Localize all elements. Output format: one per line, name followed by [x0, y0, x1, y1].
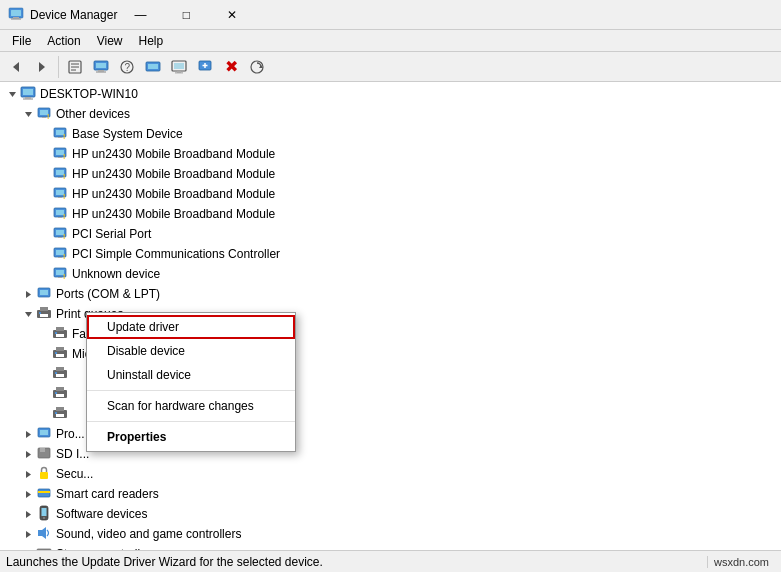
tree-expand[interactable] [20, 106, 36, 122]
svg-marker-112 [26, 531, 31, 538]
svg-rect-35 [42, 117, 46, 118]
svg-rect-110 [42, 508, 47, 516]
tree-expand[interactable] [20, 286, 36, 302]
svg-rect-95 [56, 414, 64, 417]
ctx-scan-hardware[interactable]: Scan for hardware changes [87, 394, 295, 418]
update-driver-button[interactable] [89, 55, 113, 79]
svg-rect-13 [96, 71, 106, 72]
title-text: Device Manager [30, 8, 117, 22]
device-manager-button[interactable] [141, 55, 165, 79]
monitor-button[interactable] [167, 55, 191, 79]
tree-expand [36, 406, 52, 422]
svg-text:!: ! [63, 193, 65, 200]
tree-expand[interactable] [20, 306, 36, 322]
scan-hardware-button[interactable] [245, 55, 269, 79]
help-button[interactable]: ? [115, 55, 139, 79]
svg-rect-102 [40, 448, 45, 452]
svg-rect-115 [37, 549, 51, 551]
svg-rect-67 [58, 277, 62, 278]
svg-rect-2 [13, 17, 19, 19]
tree-item-label: HP un2430 Mobile Broadband Module [72, 207, 275, 221]
ctx-separator-1 [87, 390, 295, 391]
svg-marker-105 [26, 491, 31, 498]
tree-expand[interactable] [20, 486, 36, 502]
svg-rect-39 [58, 137, 62, 138]
tree-item[interactable]: Software devices [0, 504, 781, 524]
tree-expand[interactable] [20, 466, 36, 482]
minimize-button[interactable]: — [117, 0, 163, 30]
ctx-properties[interactable]: Properties [87, 425, 295, 449]
svg-text:!: ! [63, 153, 65, 160]
maximize-button[interactable]: □ [163, 0, 209, 30]
tree-item-label: Storage controllers [56, 547, 157, 550]
remove-button[interactable]: ✖ [219, 55, 243, 79]
tree-expand[interactable] [20, 526, 36, 542]
tree-item[interactable]: Smart card readers [0, 484, 781, 504]
tree-expand[interactable] [4, 86, 20, 102]
tree-item-label: Secu... [56, 467, 93, 481]
ctx-update-driver[interactable]: Update driver [87, 315, 295, 339]
toolbar-separator-1 [58, 56, 59, 78]
tree-item[interactable]: Ports (COM & LPT) [0, 284, 781, 304]
tree-item[interactable]: Storage controllers [0, 544, 781, 550]
svg-rect-12 [98, 70, 104, 72]
svg-rect-55 [58, 217, 62, 218]
svg-rect-17 [148, 64, 158, 69]
svg-rect-90 [56, 387, 64, 391]
svg-rect-87 [56, 374, 64, 377]
menu-help[interactable]: Help [131, 32, 172, 50]
svg-text:!: ! [63, 173, 65, 180]
svg-marker-32 [25, 112, 32, 117]
tree-item[interactable]: DESKTOP-WIN10 [0, 84, 781, 104]
tree-item[interactable]: Sound, video and game controllers [0, 524, 781, 544]
svg-marker-27 [9, 92, 16, 97]
forward-button[interactable] [30, 55, 54, 79]
svg-rect-59 [58, 237, 62, 238]
tree-expand[interactable] [20, 446, 36, 462]
tree-expand[interactable] [20, 546, 36, 550]
back-button[interactable] [4, 55, 28, 79]
tree-item-label: Unknown device [72, 267, 160, 281]
tree-item[interactable]: ! Unknown device [0, 264, 781, 284]
tree-item[interactable]: ! Base System Device [0, 124, 781, 144]
tree-expand [36, 326, 52, 342]
tree-item[interactable]: ! HP un2430 Mobile Broadband Module [0, 184, 781, 204]
svg-rect-76 [39, 312, 41, 314]
ctx-uninstall-device[interactable]: Uninstall device [87, 363, 295, 387]
menu-action[interactable]: Action [39, 32, 88, 50]
title-icon [8, 5, 24, 24]
tree-item-icon [36, 526, 52, 542]
svg-rect-11 [96, 63, 106, 68]
tree-item-icon: ! [52, 166, 68, 182]
svg-rect-88 [55, 372, 57, 374]
tree-item-label: Software devices [56, 507, 147, 521]
tree-item-label: Ports (COM & LPT) [56, 287, 160, 301]
svg-rect-75 [40, 314, 48, 317]
ctx-disable-device[interactable]: Disable device [87, 339, 295, 363]
menu-file[interactable]: File [4, 32, 39, 50]
svg-rect-99 [40, 430, 48, 435]
svg-rect-1 [11, 10, 21, 16]
tree-expand[interactable] [20, 506, 36, 522]
svg-rect-79 [56, 334, 64, 337]
tree-item[interactable]: ! HP un2430 Mobile Broadband Module [0, 144, 781, 164]
properties-button[interactable] [63, 55, 87, 79]
svg-rect-74 [40, 307, 48, 311]
tree-item-icon: ! [52, 226, 68, 242]
tree-expand[interactable] [20, 426, 36, 442]
add-device-button[interactable] [193, 55, 217, 79]
tree-item[interactable]: Secu... [0, 464, 781, 484]
svg-marker-108 [26, 511, 31, 518]
tree-item-label: HP un2430 Mobile Broadband Module [72, 187, 275, 201]
menu-view[interactable]: View [89, 32, 131, 50]
close-button[interactable]: ✕ [209, 0, 255, 30]
tree-item[interactable]: ! HP un2430 Mobile Broadband Module [0, 204, 781, 224]
tree-item-label: PCI Serial Port [72, 227, 151, 241]
svg-rect-3 [11, 19, 21, 20]
tree-item[interactable]: ! PCI Simple Communications Controller [0, 244, 781, 264]
tree-item[interactable]: ! HP un2430 Mobile Broadband Module [0, 164, 781, 184]
tree-item-icon: ! [52, 246, 68, 262]
tree-item[interactable]: ! PCI Serial Port [0, 224, 781, 244]
tree-item[interactable]: ! Other devices [0, 104, 781, 124]
svg-marker-5 [39, 62, 45, 72]
